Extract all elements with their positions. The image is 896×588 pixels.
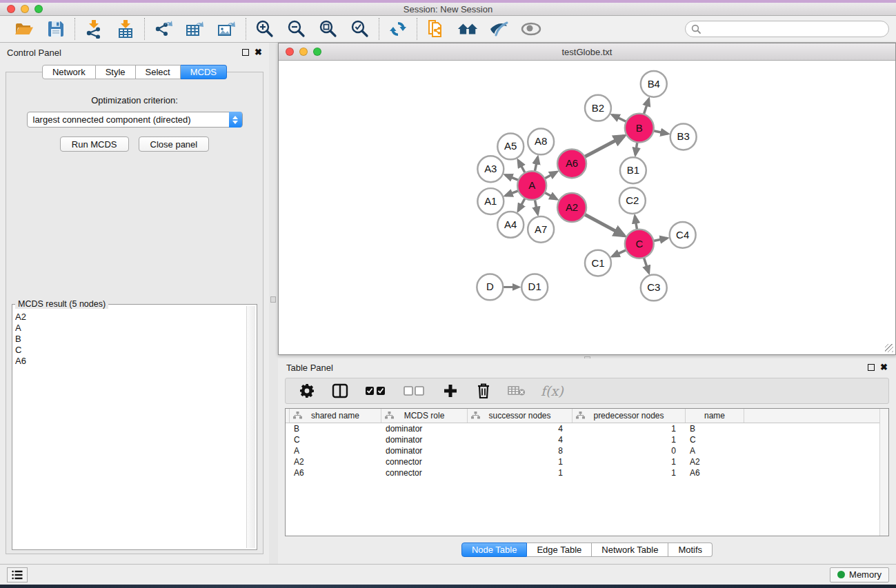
result-item[interactable]: C <box>15 345 246 356</box>
deselect-all-icon[interactable] <box>403 382 426 400</box>
zoom-selected-icon[interactable] <box>350 19 370 39</box>
table-row[interactable]: Cdominator41C <box>286 434 888 445</box>
graph-node-B3[interactable]: B3 <box>670 124 697 150</box>
zoom-in-icon[interactable] <box>255 19 275 39</box>
result-item[interactable]: A6 <box>15 356 246 367</box>
network-canvas[interactable]: AA1A2A3A4A5A6A7A8BB1B2B3B4CC1C2C3C4DD1 <box>280 61 894 353</box>
import-network-icon[interactable] <box>83 19 104 39</box>
tab-network[interactable]: Network <box>42 65 96 79</box>
delete-row-trash-icon[interactable] <box>475 382 492 400</box>
graph-node-label: D1 <box>528 281 541 292</box>
search-input[interactable] <box>704 22 888 36</box>
graph-node-D[interactable]: D <box>477 274 503 301</box>
zoom-fit-icon[interactable] <box>318 19 339 39</box>
column-type-icon <box>576 412 585 419</box>
graph-node-label: C3 <box>647 281 660 293</box>
window-resize-handle[interactable] <box>885 344 893 352</box>
column-header-mcds-role[interactable]: MCDS role <box>381 409 468 423</box>
hide-selected-icon[interactable] <box>489 19 510 39</box>
import-table-icon[interactable] <box>115 19 136 39</box>
tab-network-table[interactable]: Network Table <box>592 543 668 557</box>
optimization-criterion-select[interactable]: largest connected component (directed) <box>27 112 243 128</box>
float-panel-icon[interactable] <box>242 49 249 56</box>
graph-node-C4[interactable]: C4 <box>670 222 696 248</box>
run-mcds-button[interactable]: Run MCDS <box>60 136 129 152</box>
network-window-title: testGlobe.txt <box>279 47 895 57</box>
optimization-criterion-value: largest connected component (directed) <box>28 114 191 125</box>
graph-node-label: A2 <box>566 201 578 213</box>
network-graph[interactable]: AA1A2A3A4A5A6A7A8BB1B2B3B4CC1C2C3C4DD1 <box>280 61 894 353</box>
graph-node-B[interactable]: B <box>625 114 654 143</box>
optimization-criterion-label: Optimization criterion: <box>6 95 263 105</box>
graph-node-D1[interactable]: D1 <box>521 274 548 301</box>
control-panel: Control Panel ✖ Network Style Select MCD… <box>0 43 269 564</box>
application-window: Session: New Session <box>0 0 896 588</box>
close-table-panel-icon[interactable]: ✖ <box>880 364 888 371</box>
table-row[interactable]: A6connector11A6 <box>286 467 888 478</box>
save-session-icon[interactable] <box>46 19 66 39</box>
column-header-successor-nodes[interactable]: successor nodes <box>468 409 573 423</box>
memory-button[interactable]: Memory <box>830 567 889 582</box>
graph-node-B2[interactable]: B2 <box>585 95 611 121</box>
export-network-icon[interactable] <box>153 19 174 39</box>
graph-node-A1[interactable]: A1 <box>477 188 504 214</box>
clone-network-icon[interactable] <box>426 19 446 39</box>
graph-node-C2[interactable]: C2 <box>619 187 646 214</box>
graph-node-A2[interactable]: A2 <box>557 193 586 222</box>
graph-node-label: A3 <box>484 163 497 174</box>
result-item[interactable]: B <box>15 334 246 345</box>
export-table-icon[interactable] <box>185 19 206 39</box>
add-row-plus-icon[interactable] <box>441 382 459 400</box>
toggle-column-icon[interactable] <box>331 382 349 400</box>
result-scrollbar[interactable] <box>246 306 255 548</box>
network-view-window: testGlobe.txt AA1A2A3A4A5A6A7A8BB1B2B3B4… <box>278 43 896 355</box>
table-row[interactable]: Adominator80A <box>286 445 888 456</box>
result-item[interactable]: A <box>15 323 246 334</box>
graph-node-C3[interactable]: C3 <box>641 275 667 301</box>
mcds-result-list[interactable]: A2 A B C A6 <box>15 312 246 548</box>
graph-edge-B-B1 <box>635 142 637 154</box>
search-field[interactable] <box>685 21 889 37</box>
graph-node-B1[interactable]: B1 <box>620 157 646 183</box>
result-item[interactable]: A2 <box>15 312 246 323</box>
column-header-name[interactable]: name <box>686 409 744 423</box>
float-table-panel-icon[interactable] <box>868 364 875 371</box>
tab-select[interactable]: Select <box>136 65 181 79</box>
graph-node-C1[interactable]: C1 <box>585 250 611 276</box>
task-history-button[interactable] <box>7 567 28 582</box>
close-panel-icon[interactable]: ✖ <box>255 49 262 56</box>
export-image-icon[interactable] <box>217 19 237 39</box>
tab-edge-table[interactable]: Edge Table <box>527 543 592 557</box>
select-all-icon[interactable] <box>364 382 388 400</box>
splitter-handle[interactable] <box>270 296 276 303</box>
tab-mcds[interactable]: MCDS <box>181 65 227 79</box>
column-header-shared-name[interactable]: shared name <box>290 409 381 423</box>
graph-node-A4[interactable]: A4 <box>497 212 524 238</box>
graph-node-label: C1 <box>591 257 604 269</box>
graph-node-A8[interactable]: A8 <box>528 129 554 155</box>
tab-style[interactable]: Style <box>96 65 136 79</box>
first-neighbors-icon[interactable] <box>457 19 478 39</box>
graph-node-A6[interactable]: A6 <box>557 149 586 178</box>
table-row[interactable]: A2connector11A2 <box>286 456 888 467</box>
graph-node-B4[interactable]: B4 <box>641 71 667 97</box>
graph-node-A3[interactable]: A3 <box>477 156 504 182</box>
show-all-icon[interactable] <box>521 19 541 39</box>
graph-edge-C-C2 <box>635 216 637 230</box>
open-session-icon[interactable] <box>14 19 34 39</box>
zoom-out-icon[interactable] <box>286 19 307 39</box>
close-panel-button[interactable]: Close panel <box>139 136 210 152</box>
graph-node-label: A4 <box>504 219 517 230</box>
table-row[interactable]: Bdominator41B <box>286 423 888 434</box>
tab-node-table[interactable]: Node Table <box>461 543 528 557</box>
table-settings-gear-icon[interactable] <box>298 382 316 400</box>
tab-motifs[interactable]: Motifs <box>668 543 713 557</box>
graph-node-C[interactable]: C <box>625 230 654 258</box>
table-scrollbar[interactable] <box>879 409 888 536</box>
graph-node-A[interactable]: A <box>517 171 546 200</box>
vertical-splitter[interactable] <box>269 43 278 564</box>
graph-node-A7[interactable]: A7 <box>528 216 554 243</box>
refresh-view-icon[interactable] <box>388 19 408 39</box>
column-header-predecessor-nodes[interactable]: predecessor nodes <box>573 409 686 423</box>
graph-node-A5[interactable]: A5 <box>497 134 524 160</box>
